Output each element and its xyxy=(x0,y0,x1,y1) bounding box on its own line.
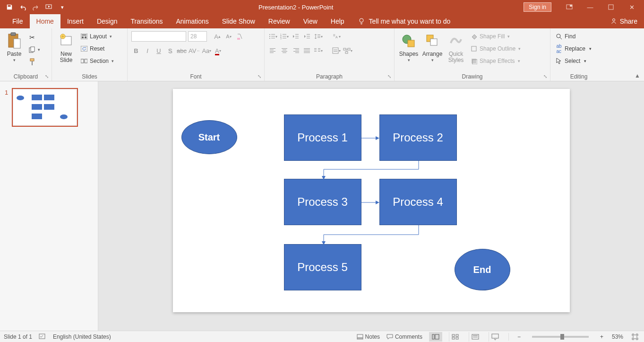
fit-to-window-button[interactable] xyxy=(630,333,640,340)
quick-styles-button[interactable]: Quick Styles xyxy=(446,30,466,63)
tab-view[interactable]: View xyxy=(297,14,324,28)
underline-button[interactable]: U xyxy=(154,45,163,56)
save-icon[interactable] xyxy=(4,1,15,13)
comments-button[interactable]: Comments xyxy=(386,333,422,340)
tab-insert[interactable]: Insert xyxy=(60,14,90,28)
group-editing: Find abacReplace▾ Select▾ Editing xyxy=(550,28,607,81)
tab-review[interactable]: Review xyxy=(262,14,297,28)
section-button[interactable]: Section▾ xyxy=(79,56,115,66)
slide-canvas-area[interactable]: Start Process 1 Process 2 Process 3 Proc… xyxy=(98,81,644,331)
clear-formatting-icon[interactable] xyxy=(235,31,245,42)
dialog-launcher-icon[interactable]: ⤡ xyxy=(387,74,391,79)
tab-file[interactable]: File xyxy=(6,14,30,28)
text-direction-button[interactable]: IIA▾ xyxy=(332,31,341,42)
minimize-icon[interactable]: ― xyxy=(582,1,599,13)
paste-button[interactable]: Paste ▾ xyxy=(4,30,25,63)
ribbon-display-options-icon[interactable] xyxy=(561,1,578,13)
shape-outline-button[interactable]: Shape Outline▾ xyxy=(469,44,522,54)
shape-start[interactable]: Start xyxy=(181,120,237,154)
justify-button[interactable] xyxy=(302,45,312,56)
char-spacing-button[interactable]: AV↔ xyxy=(189,45,200,56)
undo-icon[interactable] xyxy=(17,1,28,13)
dialog-launcher-icon[interactable]: ⤡ xyxy=(258,74,261,79)
shape-process-2[interactable]: Process 2 xyxy=(379,114,457,161)
zoom-slider[interactable] xyxy=(532,336,589,338)
arrange-button[interactable]: Arrange▾ xyxy=(422,30,443,63)
svg-point-23 xyxy=(269,34,270,35)
tab-transitions[interactable]: Transitions xyxy=(124,14,170,28)
tab-help[interactable]: Help xyxy=(324,14,351,28)
align-text-button[interactable]: ▾ xyxy=(332,45,341,56)
decrease-font-icon[interactable]: A▾ xyxy=(224,31,233,42)
shapes-button[interactable]: Shapes▾ xyxy=(398,30,419,63)
close-icon[interactable]: ✕ xyxy=(623,1,640,13)
spellcheck-icon[interactable] xyxy=(39,333,46,340)
increase-indent-button[interactable] xyxy=(302,31,312,42)
tab-design[interactable]: Design xyxy=(90,14,124,28)
collapse-ribbon-icon[interactable]: ▲ xyxy=(635,72,640,79)
shape-process-5[interactable]: Process 5 xyxy=(284,244,361,290)
status-language[interactable]: English (United States) xyxy=(53,333,111,340)
tab-animations[interactable]: Animations xyxy=(169,14,215,28)
columns-button[interactable]: ▾ xyxy=(314,45,323,56)
reading-view-button[interactable] xyxy=(469,332,482,342)
shape-process-3[interactable]: Process 3 xyxy=(284,179,361,225)
slide-sorter-view-button[interactable] xyxy=(449,332,462,342)
numbering-button[interactable]: 123▾ xyxy=(280,31,289,42)
align-right-button[interactable] xyxy=(291,45,301,56)
dialog-launcher-icon[interactable]: ⤡ xyxy=(543,74,547,79)
select-button[interactable]: Select▾ xyxy=(554,56,592,66)
decrease-indent-button[interactable] xyxy=(291,31,301,42)
smartart-button[interactable]: ▾ xyxy=(343,45,352,56)
increase-font-icon[interactable]: A▴ xyxy=(213,31,222,42)
shape-process-4[interactable]: Process 4 xyxy=(379,179,457,225)
shape-end[interactable]: End xyxy=(455,249,510,290)
normal-view-button[interactable] xyxy=(429,332,442,342)
slide-thumbnails-panel[interactable]: 1 xyxy=(0,81,98,331)
shadow-button[interactable]: S xyxy=(165,45,175,56)
start-from-beginning-icon[interactable] xyxy=(43,1,55,13)
shape-fill-button[interactable]: Shape Fill▾ xyxy=(469,31,522,42)
notes-button[interactable]: Notes xyxy=(357,333,380,340)
find-button[interactable]: Find xyxy=(554,31,592,42)
shape-process-1[interactable]: Process 1 xyxy=(284,114,361,161)
tell-me-search[interactable]: Tell me what you want to do xyxy=(358,14,451,28)
tab-home[interactable]: Home xyxy=(30,14,60,28)
bullets-button[interactable]: ▾ xyxy=(268,31,278,42)
zoom-level[interactable]: 53% xyxy=(612,333,623,340)
sign-in-button[interactable]: Sign in xyxy=(524,2,551,12)
new-slide-button[interactable]: New Slide xyxy=(56,30,77,63)
maximize-icon[interactable] xyxy=(602,1,619,13)
copy-button[interactable]: ▾ xyxy=(27,44,41,55)
layout-button[interactable]: Layout▾ xyxy=(79,31,115,42)
cut-button[interactable]: ✂ xyxy=(27,32,41,43)
font-size-combo[interactable]: 28 xyxy=(188,31,207,42)
align-left-button[interactable] xyxy=(268,45,278,56)
slideshow-view-button[interactable] xyxy=(489,332,502,342)
share-button[interactable]: Share xyxy=(610,14,637,28)
svg-rect-8 xyxy=(14,39,20,48)
svg-rect-49 xyxy=(270,53,274,53)
bold-button[interactable]: B xyxy=(131,45,141,56)
align-center-button[interactable] xyxy=(280,45,289,56)
change-case-button[interactable]: Aa▾ xyxy=(202,45,211,56)
redo-icon[interactable] xyxy=(30,1,42,13)
thumbnail-1[interactable]: 1 xyxy=(5,88,93,127)
slide[interactable]: Start Process 1 Process 2 Process 3 Proc… xyxy=(173,89,570,312)
font-color-button[interactable]: A▾ xyxy=(213,45,223,56)
replace-button[interactable]: abacReplace▾ xyxy=(554,44,592,54)
zoom-in-button[interactable]: + xyxy=(598,333,605,340)
svg-rect-51 xyxy=(283,50,286,50)
format-painter-button[interactable] xyxy=(27,57,41,67)
zoom-out-button[interactable]: − xyxy=(515,333,523,340)
dialog-launcher-icon[interactable]: ⤡ xyxy=(45,74,49,79)
shape-effects-button[interactable]: Shape Effects▾ xyxy=(469,56,522,66)
tab-slideshow[interactable]: Slide Show xyxy=(215,14,262,28)
strikethrough-button[interactable]: abc xyxy=(177,45,187,56)
line-spacing-button[interactable]: ▾ xyxy=(314,31,323,42)
italic-button[interactable]: I xyxy=(143,45,152,56)
font-family-combo[interactable] xyxy=(131,31,186,42)
reset-button[interactable]: Reset xyxy=(79,44,115,54)
qat-customize-icon[interactable]: ▾ xyxy=(57,1,68,13)
thumbnail-preview[interactable] xyxy=(12,88,78,127)
